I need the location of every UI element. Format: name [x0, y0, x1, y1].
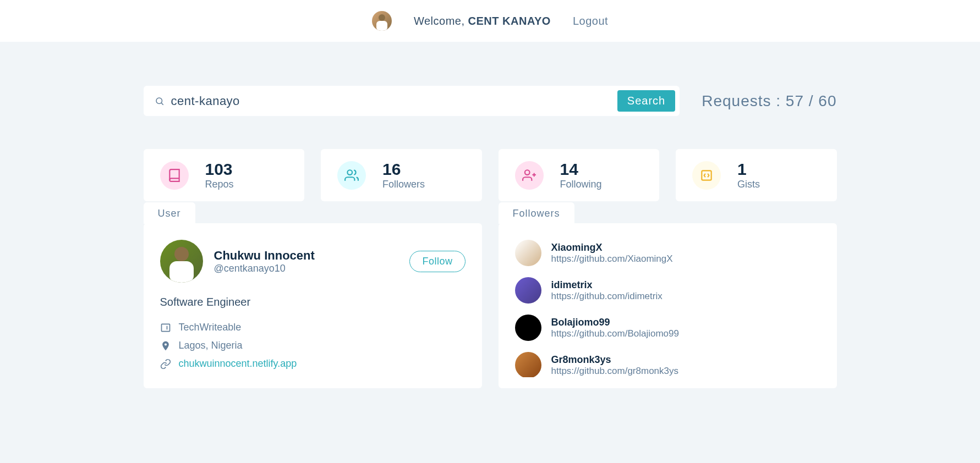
follower-item: XiaomingX https://github.com/XiaomingX [515, 234, 820, 272]
avatar [372, 11, 392, 31]
svg-point-4 [347, 170, 352, 175]
follower-item: Gr8monk3ys https://github.com/gr8monk3ys [515, 346, 820, 377]
search-button[interactable]: Search [617, 90, 675, 112]
follower-item: idimetrix https://github.com/idimetrix [515, 272, 820, 309]
location-icon [160, 340, 171, 351]
follower-avatar [515, 240, 541, 266]
follower-avatar [515, 277, 541, 304]
link-icon [160, 359, 171, 370]
stat-value: 14 [560, 160, 602, 179]
user-name: Chukwu Innocent [214, 249, 399, 263]
blog-row: chukwuinnocent.netlify.app [160, 358, 466, 370]
search-input[interactable] [171, 91, 611, 112]
user-card: User Chukwu Innocent @centkanayo10 Follo… [144, 223, 482, 388]
svg-point-2 [156, 98, 162, 104]
svg-rect-11 [161, 324, 169, 331]
follower-avatar [515, 315, 541, 341]
svg-line-3 [161, 103, 163, 104]
svg-rect-8 [702, 170, 711, 180]
search-icon [155, 96, 165, 106]
followers-icon [337, 161, 366, 190]
follower-name: Bolajiomo99 [551, 317, 679, 328]
stat-followers: 16 Followers [321, 149, 482, 201]
stat-label: Gists [737, 179, 760, 190]
stat-gists: 1 Gists [676, 149, 837, 201]
stat-repos: 103 Repos [144, 149, 305, 201]
gists-icon [692, 161, 721, 190]
stat-label: Followers [382, 179, 425, 190]
location-row: Lagos, Nigeria [160, 340, 466, 351]
stat-value: 16 [382, 160, 425, 179]
follower-link[interactable]: https://github.com/Bolajiomo99 [551, 328, 679, 339]
follower-name: Gr8monk3ys [551, 354, 679, 366]
svg-point-9 [174, 247, 189, 261]
user-bio: Software Engineer [160, 296, 466, 308]
stat-label: Repos [205, 179, 234, 190]
svg-rect-1 [376, 21, 387, 31]
following-icon [515, 161, 544, 190]
follower-avatar [515, 352, 541, 377]
follower-item: Bolajiomo99 https://github.com/Bolajiomo… [515, 309, 820, 346]
search-form: Search [144, 86, 680, 116]
follower-link[interactable]: https://github.com/idimetrix [551, 291, 663, 301]
welcome-text: Welcome, CENT KANAYO [414, 15, 551, 27]
user-tab-label: User [144, 202, 195, 224]
repos-icon [160, 161, 189, 190]
followers-card: Followers XiaomingX https://github.com/X… [499, 223, 837, 388]
follow-button[interactable]: Follow [409, 251, 465, 272]
svg-point-0 [379, 14, 385, 21]
follower-link[interactable]: https://github.com/gr8monk3ys [551, 366, 679, 376]
svg-rect-10 [169, 261, 194, 283]
user-avatar [160, 240, 203, 283]
requests-counter: Requests : 57 / 60 [702, 92, 836, 110]
company-icon [160, 322, 171, 333]
user-handle: @centkanayo10 [214, 263, 399, 274]
stat-value: 1 [737, 160, 760, 179]
stat-value: 103 [205, 160, 234, 179]
stat-label: Following [560, 179, 602, 190]
follower-name: XiaomingX [551, 242, 673, 253]
company-row: TechWriteable [160, 322, 466, 333]
navbar: Welcome, CENT KANAYO Logout [0, 0, 980, 42]
follower-link[interactable]: https://github.com/XiaomingX [551, 253, 673, 264]
stat-following: 14 Following [499, 149, 660, 201]
followers-tab-label: Followers [499, 202, 574, 224]
logout-button[interactable]: Logout [573, 15, 608, 27]
blog-link[interactable]: chukwuinnocent.netlify.app [179, 358, 297, 370]
stats-grid: 103 Repos 16 Followers 14 Following [144, 149, 837, 201]
follower-name: idimetrix [551, 279, 663, 291]
svg-point-5 [524, 170, 529, 175]
followers-list[interactable]: XiaomingX https://github.com/XiaomingX i… [515, 234, 820, 377]
